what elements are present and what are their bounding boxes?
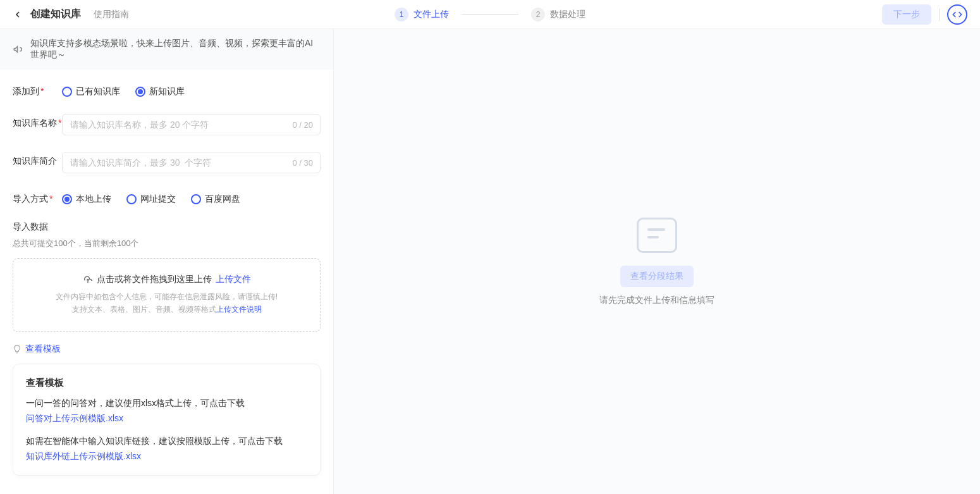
template-toggle[interactable]: 查看模板 bbox=[13, 343, 321, 355]
upload-hint2: 支持文本、表格、图片、音频、视频等格式上传文件说明 bbox=[23, 303, 310, 316]
input-wrap-kb-desc: 0 / 30 bbox=[62, 152, 321, 173]
row-kb-name: 知识库名称* 0 / 20 bbox=[13, 114, 321, 135]
header: 创建知识库 使用指南 1 文件上传 2 数据处理 下一步 bbox=[0, 0, 980, 29]
header-right: 下一步 bbox=[882, 4, 967, 25]
template-link-external[interactable]: 知识库外链上传示例模版.xlsx bbox=[26, 451, 141, 462]
step-label-2: 数据处理 bbox=[550, 9, 585, 20]
radio-circle bbox=[62, 194, 72, 204]
upload-hint1: 文件内容中如包含个人信息，可能存在信息泄露风险，请谨慎上传! bbox=[23, 290, 310, 303]
megaphone-icon bbox=[13, 44, 24, 55]
radio-label: 已有知识库 bbox=[76, 86, 120, 97]
step-upload: 1 文件上传 bbox=[395, 8, 449, 22]
template-card-title: 查看模板 bbox=[26, 377, 307, 389]
radio-new-kb[interactable]: 新知识库 bbox=[135, 86, 185, 97]
step-process: 2 数据处理 bbox=[531, 8, 585, 22]
code-icon-button[interactable] bbox=[947, 4, 967, 25]
radio-circle bbox=[62, 87, 72, 97]
bulb-icon bbox=[13, 345, 21, 354]
divider bbox=[939, 8, 940, 21]
radio-local-upload[interactable]: 本地上传 bbox=[62, 194, 111, 205]
guide-link[interactable]: 使用指南 bbox=[94, 9, 129, 20]
page-title: 创建知识库 bbox=[30, 8, 81, 21]
template-row1: 一问一答的问答对，建议使用xlsx格式上传，可点击下载 bbox=[26, 398, 307, 409]
row-add-to: 添加到* 已有知识库 新知识库 bbox=[13, 82, 321, 97]
step-num-2: 2 bbox=[531, 8, 545, 22]
label-import-method: 导入方式* bbox=[13, 190, 62, 205]
template-row2: 如需在智能体中输入知识库链接，建议按照模版上传，可点击下载 bbox=[26, 436, 307, 447]
kb-desc-counter: 0 / 30 bbox=[292, 158, 313, 168]
import-data-sub: 总共可提交100个，当前剩余100个 bbox=[13, 238, 321, 249]
upload-main: 点击或将文件拖拽到这里上传 上传文件 bbox=[23, 274, 310, 285]
input-wrap-kb-name: 0 / 20 bbox=[62, 114, 321, 135]
form-section: 添加到* 已有知识库 新知识库 知识库名称* 0 / 2 bbox=[0, 70, 333, 488]
radio-baidu-netdisk[interactable]: 百度网盘 bbox=[191, 194, 240, 205]
radio-label: 百度网盘 bbox=[205, 194, 240, 205]
template-toggle-label: 查看模板 bbox=[25, 343, 61, 355]
row-import-method: 导入方式* 本地上传 网址提交 百度网盘 bbox=[13, 190, 321, 205]
radio-label: 网址提交 bbox=[140, 194, 176, 205]
next-button[interactable]: 下一步 bbox=[882, 4, 931, 25]
label-kb-name: 知识库名称* bbox=[13, 114, 62, 129]
upload-format-link[interactable]: 上传文件说明 bbox=[216, 305, 262, 314]
empty-hint-text: 请先完成文件上传和信息填写 bbox=[599, 295, 714, 306]
radio-circle bbox=[135, 87, 145, 97]
back-icon[interactable] bbox=[13, 9, 23, 20]
step-num-1: 1 bbox=[395, 8, 408, 22]
right-panel: 查看分段结果 请先完成文件上传和信息填写 bbox=[334, 29, 980, 494]
radio-url-submit[interactable]: 网址提交 bbox=[126, 194, 176, 205]
import-data-title: 导入数据 bbox=[13, 221, 321, 233]
radio-group-import: 本地上传 网址提交 百度网盘 bbox=[62, 190, 240, 205]
label-add-to: 添加到* bbox=[13, 82, 62, 97]
step-label-1: 文件上传 bbox=[413, 9, 449, 20]
kb-name-counter: 0 / 20 bbox=[292, 120, 313, 130]
code-icon bbox=[952, 9, 962, 20]
kb-desc-input[interactable] bbox=[62, 152, 321, 173]
template-card: 查看模板 一问一答的问答对，建议使用xlsx格式上传，可点击下载 问答对上传示例… bbox=[13, 364, 321, 476]
radio-existing-kb[interactable]: 已有知识库 bbox=[62, 86, 120, 97]
empty-doc-icon bbox=[637, 218, 677, 253]
row-kb-desc: 知识库简介 0 / 30 bbox=[13, 152, 321, 173]
notice-text: 知识库支持多模态场景啦，快来上传图片、音频、视频，探索更丰富的AI世界吧～ bbox=[30, 38, 321, 61]
view-segment-button[interactable]: 查看分段结果 bbox=[620, 266, 694, 287]
cloud-upload-icon bbox=[83, 275, 93, 285]
left-panel: 知识库支持多模态场景啦，快来上传图片、音频、视频，探索更丰富的AI世界吧～ 添加… bbox=[0, 29, 334, 494]
kb-name-input[interactable] bbox=[62, 114, 321, 135]
radio-label: 新知识库 bbox=[149, 86, 185, 97]
radio-group-add-to: 已有知识库 新知识库 bbox=[62, 82, 185, 97]
template-link-qa[interactable]: 问答对上传示例模版.xlsx bbox=[26, 413, 123, 424]
step-divider bbox=[462, 14, 518, 15]
radio-circle bbox=[191, 194, 201, 204]
stepper: 1 文件上传 2 数据处理 bbox=[395, 8, 585, 22]
radio-circle bbox=[126, 194, 137, 204]
content: 知识库支持多模态场景啦，快来上传图片、音频、视频，探索更丰富的AI世界吧～ 添加… bbox=[0, 29, 980, 494]
label-kb-desc: 知识库简介 bbox=[13, 152, 62, 167]
upload-file-link[interactable]: 上传文件 bbox=[216, 274, 251, 285]
upload-main-text: 点击或将文件拖拽到这里上传 bbox=[97, 274, 212, 285]
notice-bar: 知识库支持多模态场景啦，快来上传图片、音频、视频，探索更丰富的AI世界吧～ bbox=[0, 29, 333, 70]
upload-dropzone[interactable]: 点击或将文件拖拽到这里上传 上传文件 文件内容中如包含个人信息，可能存在信息泄露… bbox=[13, 258, 321, 332]
radio-label: 本地上传 bbox=[76, 194, 111, 205]
